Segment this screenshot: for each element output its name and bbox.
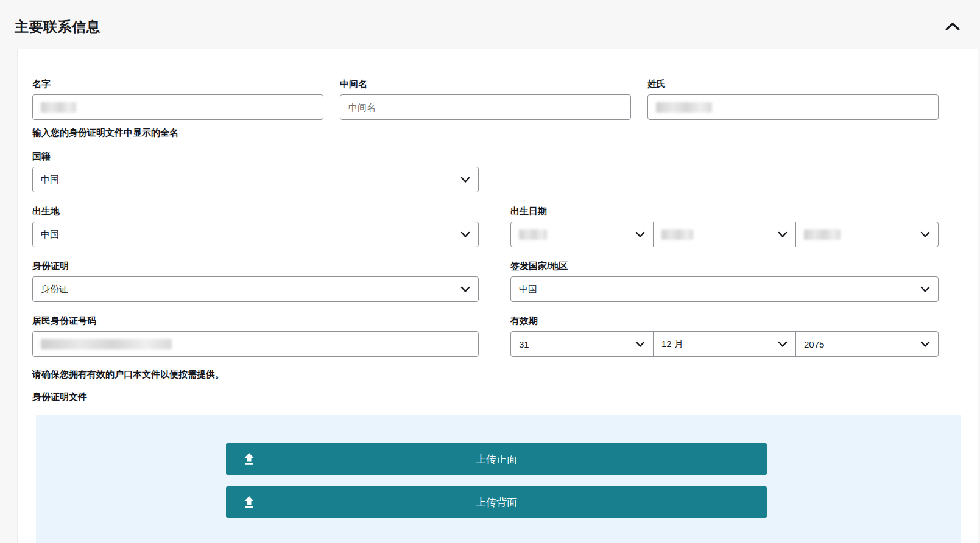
birth-year-select[interactable] <box>795 222 939 247</box>
chevron-down-icon <box>460 229 470 240</box>
expiry-label: 有效期 <box>510 315 939 327</box>
expiry-day-value: 31 <box>519 339 529 349</box>
chevron-up-icon <box>945 25 961 34</box>
chevron-down-icon <box>778 229 788 240</box>
redacted-birth-year-value <box>804 229 841 240</box>
id-number-input[interactable] <box>32 331 479 357</box>
primary-contact-card: 名字 中间名 姓氏 输入您的身份证明文件中显示的全名 国籍 中国 <box>17 49 978 543</box>
issuing-country-select[interactable]: 中国 <box>510 276 939 302</box>
birth-place-label: 出生地 <box>32 206 479 217</box>
middle-name-input-wrap <box>340 94 631 120</box>
full-name-hint: 输入您的身份证明文件中显示的全名 <box>32 127 963 139</box>
birth-row: 出生地 中国 出生日期 <box>32 206 963 247</box>
expiry-month-value: 12 月 <box>661 338 683 350</box>
nationality-label: 国籍 <box>32 151 963 163</box>
chevron-down-icon <box>920 339 930 349</box>
redacted-birth-month-value <box>661 229 693 240</box>
chevron-down-icon <box>635 339 645 349</box>
chevron-down-icon <box>920 284 930 295</box>
last-name-input[interactable] <box>647 94 939 120</box>
upload-back-button[interactable]: 上传背面 <box>226 486 767 518</box>
upload-back-label: 上传背面 <box>230 496 763 510</box>
birth-date-label: 出生日期 <box>510 206 939 217</box>
middle-name-input[interactable] <box>348 102 622 113</box>
nationality-select[interactable]: 中国 <box>32 167 479 192</box>
section-title: 主要联系信息 <box>15 18 100 37</box>
id-proof-label: 身份证明 <box>32 261 479 272</box>
id-documents-upload-panel: 上传正面 上传背面 <box>36 415 961 543</box>
birth-place-value: 中国 <box>41 229 59 240</box>
redacted-last-name-value <box>656 102 712 113</box>
nationality-value: 中国 <box>41 174 59 186</box>
id-proof-row: 身份证明 身份证 签发国家/地区 中国 <box>32 261 963 302</box>
upload-front-label: 上传正面 <box>230 452 763 466</box>
name-row: 名字 中间名 姓氏 <box>32 79 963 120</box>
expiry-year-select[interactable]: 2075 <box>795 331 939 357</box>
id-proof-select[interactable]: 身份证 <box>32 276 479 302</box>
birth-month-select[interactable] <box>653 222 796 247</box>
expiry-day-select[interactable]: 31 <box>510 331 654 357</box>
birth-place-select[interactable]: 中国 <box>32 222 479 247</box>
id-number-label: 居民身份证号码 <box>32 315 479 327</box>
redacted-birth-day-value <box>519 229 547 240</box>
section-header: 主要联系信息 <box>0 0 980 49</box>
issuing-country-value: 中国 <box>519 284 537 295</box>
birth-day-select[interactable] <box>510 222 654 247</box>
id-number-row: 居民身份证号码 有效期 31 12 月 <box>32 315 963 357</box>
expiry-selects: 31 12 月 2075 <box>510 331 939 357</box>
chevron-down-icon <box>920 229 930 240</box>
expiry-month-select[interactable]: 12 月 <box>653 331 796 357</box>
chevron-down-icon <box>635 229 645 240</box>
documents-label: 身份证明文件 <box>32 391 963 403</box>
issuing-country-label: 签发国家/地区 <box>510 261 939 272</box>
redacted-first-name-value <box>41 102 76 113</box>
last-name-label: 姓氏 <box>647 79 939 90</box>
first-name-label: 名字 <box>32 79 323 90</box>
upload-icon <box>243 496 255 509</box>
birth-date-selects <box>510 222 939 247</box>
hukou-hint: 请确保您拥有有效的户口本文件以便按需提供。 <box>32 369 963 380</box>
middle-name-label: 中间名 <box>340 79 631 90</box>
id-proof-value: 身份证 <box>41 284 68 295</box>
collapse-section-button[interactable] <box>942 19 963 35</box>
first-name-input[interactable] <box>32 94 323 120</box>
chevron-down-icon <box>460 175 470 185</box>
chevron-down-icon <box>460 284 470 295</box>
chevron-down-icon <box>778 339 788 349</box>
upload-front-button[interactable]: 上传正面 <box>226 443 767 475</box>
expiry-year-value: 2075 <box>804 339 824 349</box>
redacted-id-number-value <box>41 339 172 349</box>
nationality-field: 国籍 中国 <box>32 151 963 192</box>
upload-icon <box>243 452 255 466</box>
